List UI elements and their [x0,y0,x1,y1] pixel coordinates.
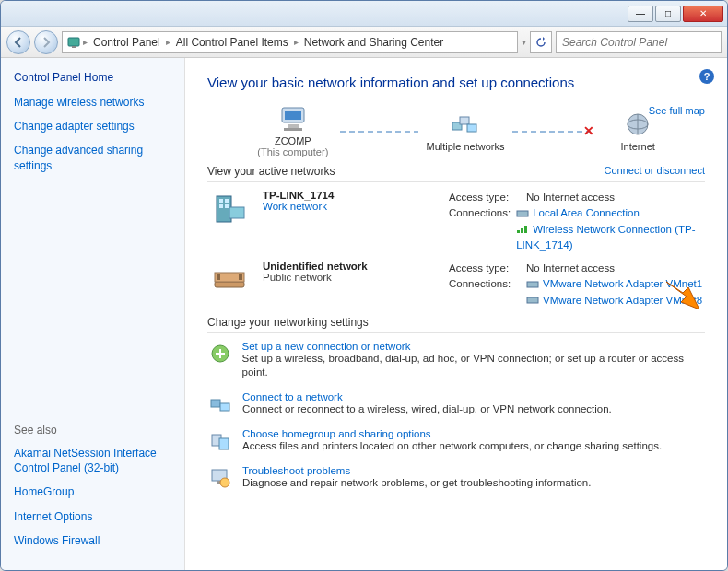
settings-item-connect-network: Connect to a network Connect or reconnec… [207,391,705,417]
map-connector [340,131,419,133]
search-input[interactable] [556,31,722,53]
svg-rect-25 [527,282,538,287]
chevron-right-icon: ▸ [166,37,170,47]
map-this-computer: ZCOMP (This computer) [253,105,333,157]
breadcrumb[interactable]: ▸ Control Panel ▸ All Control Panel Item… [62,31,518,53]
content: ? View your basic network information an… [185,58,727,570]
chevron-right-icon: ▸ [294,37,299,47]
wifi-icon [516,225,529,234]
connections-label: Connections: [449,205,511,253]
see-full-map-link[interactable]: See full map [649,105,705,116]
see-also-link-internet-options[interactable]: Internet Options [14,509,171,524]
svg-rect-26 [527,297,538,303]
svg-rect-29 [220,403,229,411]
control-panel-home-link[interactable]: Control Panel Home [14,71,171,84]
network-type-link[interactable]: Work network [263,201,438,212]
public-network-icon [207,261,252,299]
close-button[interactable]: ✕ [683,6,723,22]
svg-rect-8 [467,124,476,132]
connection-link-vmnet1[interactable]: VMware Network Adapter VMnet1 [526,276,702,292]
network-name: Unidentified network [263,261,438,272]
svg-rect-0 [68,38,79,46]
back-button[interactable] [6,30,30,54]
svg-rect-15 [225,204,229,208]
see-also-heading: See also [14,424,171,437]
setup-connection-icon [207,341,233,367]
svg-rect-4 [288,124,299,128]
svg-rect-3 [285,111,301,120]
svg-rect-20 [524,226,527,233]
chevron-right-icon: ▸ [83,37,88,47]
settings-desc: Diagnose and repair network problems, or… [242,476,591,491]
connection-link-vmnet8[interactable]: VMware Network Adapter VMnet8 [526,293,702,309]
map-internet: Internet [598,111,677,152]
networks-icon [447,111,484,138]
minimize-button[interactable]: — [628,6,653,22]
troubleshoot-icon [207,465,233,491]
control-panel-icon [66,35,81,50]
connection-link-lan[interactable]: Local Area Connection [516,205,705,221]
map-computer-sub: (This computer) [253,146,333,157]
settings-link[interactable]: Connect to a network [242,391,612,402]
network-name: TP-LINK_1714 [263,190,438,201]
svg-rect-5 [284,128,302,131]
network-type: Public network [263,272,438,283]
access-type-label: Access type: [449,261,521,276]
connection-link-wireless[interactable]: Wireless Network Connection (TP-LINK_171… [516,222,705,254]
connections-label: Connections: [449,276,521,309]
svg-rect-24 [239,274,242,280]
connect-network-icon [207,391,233,417]
settings-desc: Connect or reconnect to a wireless, wire… [242,402,612,417]
settings-link[interactable]: Troubleshoot problems [242,465,591,476]
settings-link[interactable]: Set up a new connection or network [242,341,705,352]
change-settings-heading: Change your networking settings [207,316,705,333]
forward-button[interactable] [34,30,58,54]
svg-point-34 [220,478,229,487]
svg-rect-21 [215,282,244,287]
map-multiple-networks: Multiple networks [426,111,505,152]
chevron-down-icon[interactable]: ▾ [522,37,526,47]
network-item: Unidentified network Public network Acce… [207,261,705,309]
breadcrumb-item[interactable]: Network and Sharing Center [300,36,447,49]
see-also-link-akamai[interactable]: Akamai NetSession Interface Control Pane… [14,446,171,475]
svg-rect-12 [219,199,223,203]
refresh-button[interactable] [530,31,552,53]
breadcrumb-item[interactable]: Control Panel [89,36,164,49]
lan-icon [526,280,539,289]
help-icon[interactable]: ? [699,69,714,84]
see-also-link-firewall[interactable]: Windows Firewall [14,533,171,548]
sidebar-link-manage-wireless[interactable]: Manage wireless networks [14,95,171,110]
maximize-button[interactable]: □ [655,6,681,22]
work-network-icon [207,190,252,228]
active-networks-heading: View your active networks Connect or dis… [207,165,705,182]
lan-icon [516,209,529,218]
svg-rect-28 [211,400,220,407]
connect-disconnect-link[interactable]: Connect or disconnect [605,165,705,178]
sidebar-link-change-adapter[interactable]: Change adapter settings [14,119,171,134]
svg-rect-13 [225,199,229,203]
titlebar: — □ ✕ [1,1,727,27]
svg-rect-17 [517,211,528,216]
homegroup-icon [207,428,233,454]
sidebar-link-advanced-sharing[interactable]: Change advanced sharing settings [14,143,171,172]
window: — □ ✕ ▸ Control Panel ▸ All Control Pane… [0,0,728,571]
svg-rect-16 [229,207,244,218]
lan-icon [526,296,539,305]
access-type-label: Access type: [449,190,521,205]
svg-rect-7 [460,117,469,124]
settings-desc: Access files and printers located on oth… [242,439,662,454]
network-map: See full map ZCOMP (This computer) Multi… [207,105,705,157]
breadcrumb-item[interactable]: All Control Panel Items [172,36,292,49]
svg-rect-19 [521,228,523,233]
computer-icon [275,105,311,133]
svg-rect-23 [217,274,220,280]
section-label: View your active networks [207,165,335,178]
settings-item-setup-connection: Set up a new connection or network Set u… [207,341,705,380]
no-connection-icon: ✕ [583,123,594,138]
svg-rect-14 [219,204,223,208]
see-also-link-homegroup[interactable]: HomeGroup [14,484,171,499]
settings-desc: Set up a wireless, broadband, dial-up, a… [242,352,705,380]
section-label: Change your networking settings [207,316,369,329]
sidebar: Control Panel Home Manage wireless netwo… [1,58,185,570]
settings-link[interactable]: Choose homegroup and sharing options [242,428,662,439]
